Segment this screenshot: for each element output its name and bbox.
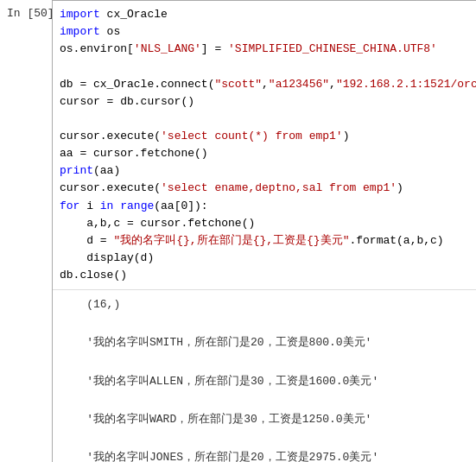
code-line-10: print(aa) — [60, 162, 476, 180]
cell-label: In [50]: — [0, 0, 52, 462]
output-jones: '我的名字叫JONES，所在部门是20，工资是2975.0美元' — [60, 448, 476, 462]
code-line-13: a,b,c = cursor.fetchone() — [60, 215, 476, 232]
output-allen: '我的名字叫ALLEN，所在部门是30，工资是1600.0美元' — [60, 372, 476, 391]
cell-content: import cx_Oracle import os os.environ['N… — [52, 0, 476, 462]
output-spacer-3 — [60, 391, 476, 410]
code-line-1: import cx_Oracle — [60, 6, 476, 23]
output-tuple: (16,) — [60, 295, 476, 314]
code-line-8: cursor.execute('select count(*) from emp… — [60, 128, 476, 145]
code-line-7 — [60, 111, 476, 128]
code-line-5: db = cx_Oracle.connect("scott","a123456"… — [60, 76, 476, 93]
code-line-16: db.close() — [60, 267, 476, 284]
output-area: (16,) '我的名字叫SMITH，所在部门是20，工资是800.0美元' '我… — [53, 290, 476, 462]
notebook-cell: In [50]: import cx_Oracle import os os.e… — [0, 0, 476, 462]
code-line-15: display(d) — [60, 250, 476, 267]
code-line-9: aa = cursor.fetchone() — [60, 145, 476, 162]
output-ward: '我的名字叫WARD，所在部门是30，工资是1250.0美元' — [60, 410, 476, 429]
output-smith: '我的名字叫SMITH，所在部门是20，工资是800.0美元' — [60, 333, 476, 352]
code-line-2: import os — [60, 23, 476, 41]
code-line-12: for i in range(aa[0]): — [60, 198, 476, 215]
code-line-4 — [60, 58, 476, 75]
output-spacer-2 — [60, 353, 476, 372]
output-spacer-1 — [60, 314, 476, 333]
code-line-14: d = "我的名字叫{},所在部门是{},工资是{}美元".format(a,b… — [60, 232, 476, 250]
code-area[interactable]: import cx_Oracle import os os.environ['N… — [53, 1, 476, 290]
output-spacer-4 — [60, 429, 476, 448]
code-line-11: cursor.execute('select ename,deptno,sal … — [60, 180, 476, 197]
code-line-6: cursor = db.cursor() — [60, 93, 476, 111]
code-line-3: os.environ['NLS_LANG'] = 'SIMPLIFIED_CHI… — [60, 41, 476, 58]
